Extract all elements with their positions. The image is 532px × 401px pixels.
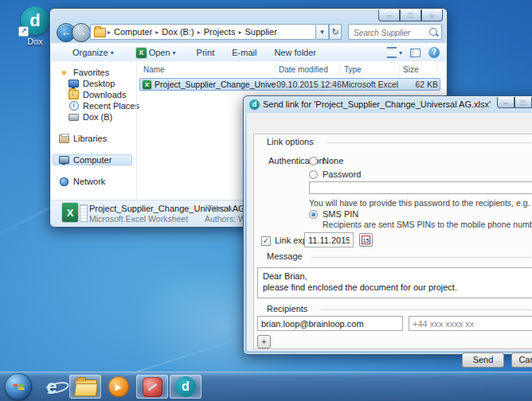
maximize-button[interactable]: □ [514, 97, 532, 108]
breadcrumb-item-dox-drive[interactable]: Dox (B:) [162, 27, 194, 37]
search-box [348, 24, 442, 40]
cancel-button[interactable]: Cancel [511, 352, 532, 368]
sidebar-item-favorites[interactable]: ★ Favorites [59, 67, 142, 78]
sidebar-item-network[interactable]: Network [59, 176, 142, 187]
details-title: Title: A [207, 204, 233, 213]
shortcut-arrow-icon: ↗ [18, 26, 29, 37]
radio-password[interactable] [309, 170, 318, 179]
send-link-dialog: d Send link for 'Project_Supplier_Change… [243, 95, 532, 355]
password-field[interactable] [309, 181, 532, 194]
folder-icon [75, 380, 96, 395]
breadcrumb-separator: ▸ [194, 29, 204, 36]
monitor-icon [68, 79, 79, 88]
computer-icon [59, 155, 69, 165]
column-header-name[interactable]: Name [140, 63, 276, 77]
chevron-down-icon: ▾ [173, 49, 176, 56]
link-expires-checkbox[interactable]: ✓ [261, 236, 271, 246]
dox-icon: d ↗ [21, 6, 49, 35]
column-header-size[interactable]: Size [400, 63, 438, 77]
radio-none-label[interactable]: None [323, 156, 343, 165]
message-textarea[interactable]: Dear Brian, please find enclosed the doc… [257, 267, 532, 298]
file-row-selected[interactable]: X Project_Supplier_Change_Universal AG 0… [139, 78, 440, 91]
refresh-button[interactable]: ↻ [329, 24, 342, 40]
sidebar-label: Dox (B) [83, 112, 112, 122]
dialog-panel: Link options Authentication: None Passwo… [253, 134, 532, 349]
address-history-dropdown[interactable]: ▾ [316, 24, 329, 40]
recipient-email-field[interactable] [257, 316, 403, 331]
column-header-date-modified[interactable]: Date modified [276, 63, 341, 77]
expiry-date-field[interactable] [304, 232, 354, 247]
sidebar-label: Libraries [73, 134, 107, 143]
sidebar-item-computer[interactable]: Computer [59, 154, 142, 165]
send-button[interactable]: Send [462, 352, 504, 368]
excel-file-icon-large: X [62, 203, 78, 222]
organize-button[interactable]: Organize ▾ [67, 45, 119, 60]
search-icon [429, 28, 437, 36]
minimize-button[interactable]: – [497, 97, 514, 108]
drive-icon [68, 112, 79, 122]
toolbar-right-icons: ▾ ? [387, 44, 440, 61]
chevron-down-icon: ▾ [111, 49, 114, 56]
file-type: Microsoft Excel W... [342, 79, 401, 90]
add-recipient-button[interactable]: + [257, 335, 271, 348]
help-icon[interactable]: ? [428, 47, 440, 58]
password-hint: You will have to provide this password t… [309, 198, 532, 208]
star-icon: ★ [59, 68, 69, 77]
organize-label: Organize [72, 48, 108, 57]
open-label: Open [149, 48, 170, 57]
new-folder-button[interactable]: New folder [268, 45, 322, 60]
taskbar-item-internet-explorer[interactable]: e [36, 375, 68, 399]
radio-password-label[interactable]: Password [323, 169, 361, 179]
taskbar-item-media-player[interactable]: ▶ [103, 375, 135, 399]
message-group-label: Message [267, 251, 307, 261]
change-view-button[interactable]: ▾ [387, 47, 402, 58]
open-button[interactable]: X Open ▾ [131, 45, 182, 60]
folder-icon [94, 28, 104, 37]
radio-sms-pin-label[interactable]: SMS PIN [323, 209, 358, 219]
dox-dialog-icon: d [249, 99, 260, 110]
calendar-icon: 15 [362, 236, 370, 244]
new-folder-label: New folder [274, 48, 316, 57]
dialog-title: Send link for 'Project_Supplier_Change_U… [263, 99, 491, 109]
dialog-content: Link options Authentication: None Passwo… [247, 113, 532, 351]
close-button[interactable]: × [421, 10, 443, 21]
maximize-button[interactable]: □ [400, 10, 421, 21]
recipient-phone-field[interactable] [409, 316, 532, 331]
preview-pane-button[interactable] [410, 49, 421, 57]
email-button[interactable]: E-mail [226, 45, 262, 60]
email-label: E-mail [232, 48, 256, 57]
radio-none[interactable] [309, 157, 318, 165]
group-divider [326, 142, 531, 143]
column-header-type[interactable]: Type [341, 63, 400, 77]
sidebar-label: Desktop [83, 79, 115, 88]
navigation-pane: ★ Favorites Desktop ↓ Downloads Recent P… [51, 61, 135, 200]
dox-icon: d [175, 376, 196, 397]
breadcrumb-item-supplier[interactable]: Supplier [244, 27, 276, 37]
details-file-type: Microsoft Excel Worksheet [89, 214, 188, 224]
print-label: Print [197, 48, 215, 57]
forward-button[interactable]: → [72, 23, 91, 42]
windows-flag-icon [12, 380, 25, 394]
link-options-group-label: Link options [267, 137, 319, 146]
start-button[interactable] [5, 373, 32, 400]
navigation-row: ← → ▸ Computer ▸ Dox (B:) ▸ Projects ▸ S… [55, 21, 442, 42]
print-button[interactable]: Print [191, 45, 221, 60]
minimize-button[interactable]: – [378, 10, 400, 21]
taskbar-item-explorer[interactable] [69, 375, 101, 399]
taskbar-item-dox[interactable]: d [170, 375, 201, 399]
calendar-picker-button[interactable]: 15 [359, 233, 373, 247]
views-icon [387, 47, 397, 58]
sidebar-item-libraries[interactable]: Libraries [59, 133, 142, 144]
taskbar-item-red-app[interactable] [136, 375, 168, 399]
breadcrumb-item-computer[interactable]: Computer [114, 27, 152, 37]
search-input[interactable] [352, 25, 428, 40]
file-size: 62 KB [397, 79, 438, 90]
recipients-group-label: Recipients [267, 304, 312, 313]
breadcrumb-item-projects[interactable]: Projects [204, 27, 236, 37]
radio-sms-pin[interactable] [309, 210, 318, 219]
sms-pin-hint: Recipients are sent SMS PINs to the mobi… [323, 220, 532, 229]
file-date-modified: 09.10.2015 12:46 [276, 79, 342, 90]
explorer-caption-buttons: – □ × [378, 10, 443, 21]
address-bar[interactable]: ▸ Computer ▸ Dox (B:) ▸ Projects ▸ Suppl… [90, 24, 316, 40]
libraries-icon [59, 134, 69, 143]
